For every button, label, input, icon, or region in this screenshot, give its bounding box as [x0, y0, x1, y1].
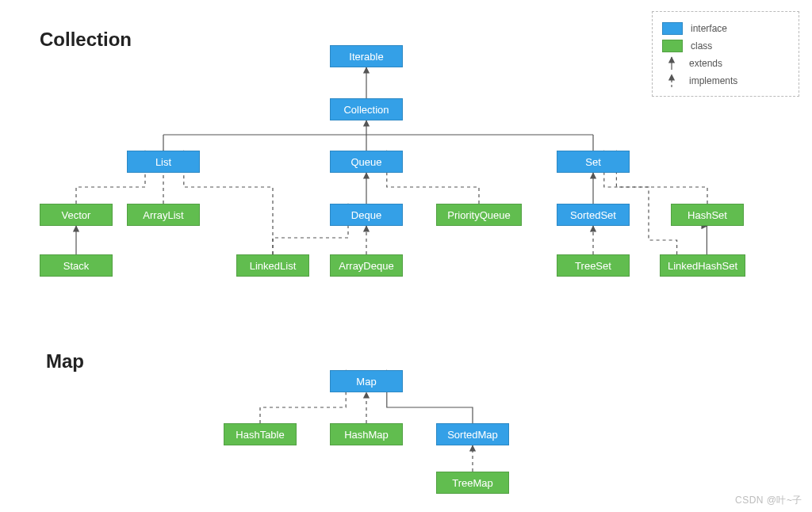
legend-implements: implements — [662, 72, 789, 90]
node-iterable: Iterable — [330, 45, 403, 67]
legend-class: class — [662, 37, 789, 55]
node-hashtable: HashTable — [224, 423, 297, 445]
node-queue: Queue — [330, 151, 403, 173]
section-title-map: Map — [46, 350, 84, 373]
node-arraylist: ArrayList — [127, 204, 200, 226]
node-linkedlist: LinkedList — [236, 254, 309, 277]
node-set: Set — [557, 151, 630, 173]
node-hashset: HashSet — [671, 204, 744, 226]
node-deque: Deque — [330, 204, 403, 226]
node-vector: Vector — [40, 204, 113, 226]
section-title-collection: Collection — [40, 29, 132, 51]
legend-extends-arrow-icon — [662, 55, 681, 71]
edge — [616, 151, 707, 204]
node-sortedmap: SortedMap — [436, 423, 509, 445]
node-list: List — [127, 151, 200, 173]
legend-swatch-interface — [662, 22, 683, 35]
node-collection: Collection — [330, 98, 403, 120]
node-treeset: TreeSet — [557, 254, 630, 277]
node-linkedhashset: LinkedHashSet — [660, 254, 745, 277]
diagram-stage: Collection Map IterableCollectionListQue… — [0, 0, 812, 512]
legend-interface-label: interface — [691, 23, 727, 34]
legend-extends-label: extends — [689, 58, 722, 69]
legend: interface class extends implements — [652, 11, 799, 97]
legend-implements-arrow-icon — [662, 73, 681, 89]
node-hashmap: HashMap — [330, 423, 403, 445]
node-sortedset: SortedSet — [557, 204, 630, 226]
node-treemap: TreeMap — [436, 472, 509, 494]
legend-implements-label: implements — [689, 75, 737, 86]
edge — [707, 226, 707, 254]
node-arraydeque: ArrayDeque — [330, 254, 403, 277]
node-stack: Stack — [40, 254, 113, 277]
node-map: Map — [330, 370, 403, 392]
legend-extends: extends — [662, 55, 789, 72]
watermark: CSDN @叶~子 — [735, 494, 802, 507]
legend-class-label: class — [691, 40, 712, 52]
legend-interface: interface — [662, 20, 789, 37]
node-priorityqueue: PriorityQueue — [436, 204, 522, 226]
legend-swatch-class — [662, 40, 683, 52]
